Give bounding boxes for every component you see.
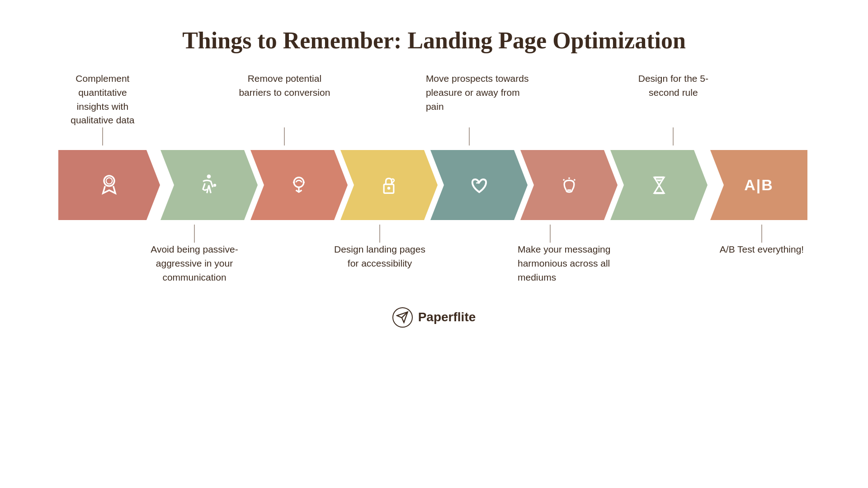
connector-7 — [673, 127, 674, 145]
svg-line-17 — [563, 179, 564, 180]
top-label-1: Complement quantitative insights with qu… — [62, 72, 143, 145]
diagram-container: Complement quantitative insights with qu… — [50, 72, 818, 285]
top-label-3-text: Remove potential barriers to conversion — [239, 73, 330, 98]
logo-area: Paperflite — [392, 307, 476, 328]
bottom-label-8-text: A/B Test everything! — [720, 244, 804, 254]
bottom-labels-row: Avoid being passive-aggressive in your c… — [50, 225, 818, 284]
chevron-5 — [429, 150, 528, 220]
bottom-label-4-text: Design landing pages for accessibility — [334, 244, 425, 268]
connector-b8 — [762, 225, 762, 243]
chevron-8-icon: A|B — [744, 176, 774, 194]
bottom-label-6: Make your messaging harmonious across al… — [518, 225, 626, 284]
connector-5 — [469, 127, 469, 145]
logo-icon — [392, 307, 413, 328]
bottom-label-6-text: Make your messaging harmonious across al… — [518, 244, 610, 282]
chevron-4-icon — [377, 174, 401, 197]
bottom-label-2-text: Avoid being passive-aggressive in your c… — [151, 244, 238, 282]
svg-point-12 — [387, 187, 391, 190]
chevron-1-icon — [97, 173, 122, 197]
chevron-3-icon — [287, 174, 311, 197]
top-label-7-text: Design for the 5-second rule — [638, 73, 708, 98]
ab-text: A|B — [744, 176, 774, 194]
chevron-7-icon — [647, 174, 671, 197]
svg-point-7 — [294, 177, 304, 187]
logo-text: Paperflite — [418, 310, 476, 324]
page-title: Things to Remember: Landing Page Optimiz… — [182, 27, 686, 54]
chevron-4 — [340, 150, 439, 220]
chevron-7 — [609, 150, 708, 220]
top-label-7: Design for the 5-second rule — [628, 72, 718, 145]
chevron-1 — [50, 150, 169, 220]
connector-b2 — [194, 225, 195, 243]
bottom-label-4: Design landing pages for accessibility — [332, 225, 427, 284]
connector-1 — [102, 127, 103, 145]
top-label-3: Remove potential barriers to conversion — [237, 72, 332, 145]
chevron-3 — [250, 150, 349, 220]
top-label-1-text: Complement quantitative insights with qu… — [71, 73, 134, 125]
bottom-label-8: A/B Test everything! — [717, 225, 807, 284]
chevrons-row: A|B — [50, 150, 818, 220]
svg-point-4 — [207, 174, 211, 178]
top-labels-row: Complement quantitative insights with qu… — [50, 72, 818, 145]
top-label-5-text: Move prospects towards pleasure or away … — [426, 73, 529, 112]
chevron-6-icon — [557, 174, 581, 197]
chevron-6 — [519, 150, 618, 220]
chevron-2 — [160, 150, 259, 220]
top-label-5: Move prospects towards pleasure or away … — [426, 72, 534, 145]
connector-b6 — [550, 225, 551, 243]
chevron-8: A|B — [699, 150, 818, 220]
connector-3 — [284, 127, 285, 145]
chevron-2-icon — [197, 174, 221, 197]
svg-line-18 — [574, 179, 575, 180]
bottom-label-2: Avoid being passive-aggressive in your c… — [147, 225, 242, 284]
svg-point-5 — [213, 183, 217, 187]
connector-b4 — [380, 225, 380, 243]
chevron-5-icon — [467, 174, 491, 197]
svg-point-2 — [106, 178, 113, 184]
